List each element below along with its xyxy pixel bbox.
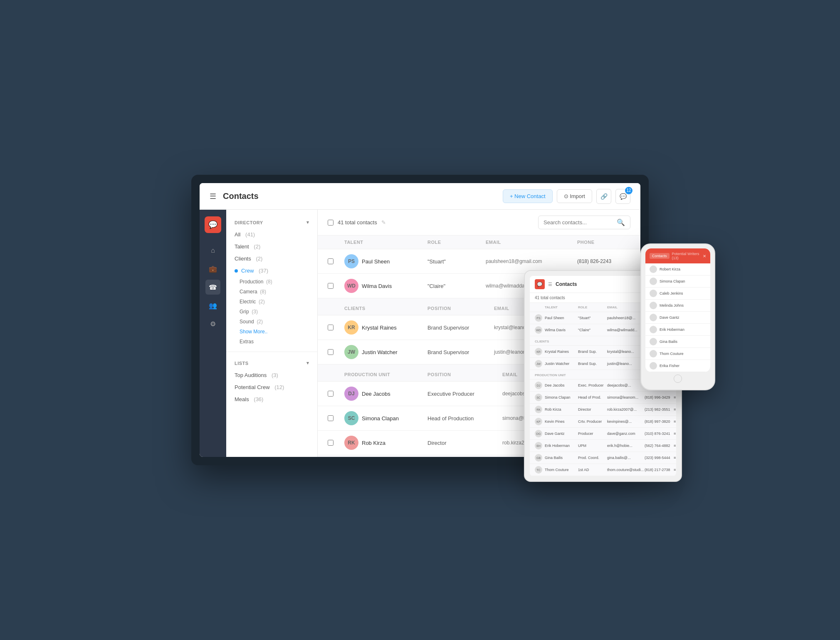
contacts-header: 41 total contacts ✎ 🔍 [318, 210, 640, 236]
sidebar-sub-electric[interactable]: Electric (2) [226, 297, 317, 307]
row-checkbox[interactable] [328, 283, 334, 289]
contacts-count: 41 total contacts ✎ [328, 219, 386, 226]
directory-header: Directory ▾ [226, 216, 317, 228]
tablet-row[interactable]: DG Dave Gantz Producer dave@ganz.com (31… [530, 428, 676, 440]
avatar: PS [344, 254, 358, 268]
sidebar-extras[interactable]: Extras [226, 337, 317, 347]
phone-avatar [650, 338, 657, 345]
phone-topbar: Contacts Potential Writers (13) ✕ [645, 248, 710, 263]
phone-row[interactable]: Erik Hoberman [645, 324, 710, 336]
tablet-row[interactable]: EH Erik Hoberman UPM erik.h@hobie... (56… [530, 440, 676, 452]
sidebar-sub-production[interactable]: Production (8) [226, 277, 317, 287]
tablet-row[interactable]: SC Simona Clapan Head of Prod. simona@le… [530, 392, 676, 404]
sidebar-sub-grip[interactable]: Grip (3) [226, 307, 317, 317]
phone-tab-writers[interactable]: Potential Writers (13) [672, 252, 700, 260]
contact-name: Wilma Davis [362, 283, 392, 289]
nav-group[interactable]: 👥 [205, 298, 220, 313]
lists-header: Lists ▾ [226, 357, 317, 369]
phone-close-icon[interactable]: ✕ [703, 254, 706, 258]
col-position: POSITION [427, 306, 494, 311]
sidebar-potential-crew[interactable]: Potential Crew (12) [226, 381, 317, 393]
nav-settings[interactable]: ⚙ [205, 316, 220, 331]
phone-row[interactable]: Simona Clapan [645, 275, 710, 288]
tablet-row[interactable]: KP Kevin Pines Crtv. Producer kevinpines… [530, 416, 676, 428]
contact-name: Dee Jacobs [362, 391, 390, 397]
tablet-avatar: JW [535, 360, 542, 367]
tablet-avatar: DG [535, 430, 542, 437]
col-email: EMAIL [486, 240, 577, 245]
tablet-row[interactable]: RK Rob Kirza Director rob.kirza2007@... … [530, 404, 676, 416]
row-checkbox[interactable] [328, 415, 334, 421]
sidebar-sub-camera[interactable]: Camera (8) [226, 287, 317, 297]
page-title: Contacts [223, 191, 496, 201]
phone-home-button[interactable] [645, 372, 710, 385]
sidebar-item-clients[interactable]: Clients (2) [226, 253, 317, 265]
import-button[interactable]: ⊙ Import [557, 189, 592, 203]
phone-row[interactable]: Robert Kirza [645, 263, 710, 275]
contact-cell: JW Justin Watcher [344, 345, 427, 359]
sidebar-show-more[interactable]: Show More.. [226, 327, 317, 337]
sidebar-sub-sound[interactable]: Sound (2) [226, 317, 317, 327]
row-checkbox[interactable] [328, 391, 334, 397]
tablet-title: Contacts [556, 281, 648, 287]
phone-tab-contacts[interactable]: Contacts [650, 253, 670, 259]
link-button[interactable]: 🔗 [596, 189, 611, 204]
tablet-logo: 💬 [535, 279, 545, 289]
contact-role: Brand Supervisor [427, 325, 494, 331]
top-actions: + New Contact ⊙ Import 🔗 💬 12 [503, 189, 630, 204]
tablet-avatar: TC [535, 466, 542, 474]
phone-row[interactable]: Dave Gantz [645, 312, 710, 324]
tablet-row[interactable]: GB Gina Bailis Prod. Coord. gina.bailis@… [530, 452, 676, 464]
sidebar-item-crew[interactable]: Crew (37) [226, 265, 317, 277]
row-checkbox[interactable] [328, 325, 334, 330]
search-box: 🔍 [538, 216, 630, 229]
phone-avatar [650, 302, 657, 309]
phone-avatar [650, 265, 657, 273]
phone-row[interactable]: Caleb Jenkins [645, 288, 710, 300]
phone-row[interactable]: Erika Fisher [645, 360, 710, 372]
new-contact-button[interactable]: + New Contact [503, 189, 553, 203]
nav-contacts[interactable]: ☎ [205, 280, 220, 295]
contact-name: Rob Kirza [362, 440, 385, 446]
avatar: WD [344, 279, 358, 293]
contact-cell: KR Krystal Raines [344, 320, 427, 335]
sidebar-meals[interactable]: Meals (36) [226, 393, 317, 405]
select-all-checkbox[interactable] [328, 220, 334, 226]
talent-header: TALENT ROLE EMAIL PHONE LIST [318, 236, 640, 249]
col-position: POSITION [427, 372, 502, 377]
phone-avatar [650, 290, 657, 297]
phone-screen: Contacts Potential Writers (13) ✕ Robert… [645, 248, 710, 372]
contact-name: Paul Sheen [362, 258, 390, 265]
hamburger-icon[interactable]: ☰ [210, 192, 216, 201]
chat-button[interactable]: 💬 12 [615, 189, 630, 204]
row-checkbox[interactable] [328, 258, 334, 264]
col-phone: PHONE [577, 240, 640, 245]
sidebar-item-all[interactable]: All (41) [226, 228, 317, 241]
contact-cell: DJ Dee Jacobs [344, 387, 427, 401]
nav-briefcase[interactable]: 💼 [205, 261, 220, 276]
row-checkbox[interactable] [328, 440, 334, 446]
avatar: JW [344, 345, 358, 359]
search-input[interactable] [544, 219, 613, 226]
phone-frame: Contacts Potential Writers (13) ✕ Robert… [640, 243, 715, 390]
chat-badge: 12 [625, 187, 632, 194]
avatar: KR [344, 320, 358, 335]
col-clients: CLIENTS [344, 306, 427, 311]
tablet-thom-couture-row[interactable]: TC Thom Couture 1st AD thom.couture@stud… [530, 464, 676, 476]
phone-home-circle [674, 375, 682, 383]
phone-thom-couture-row[interactable]: Thom Couture [645, 348, 710, 360]
contact-role: "Claire" [427, 283, 486, 289]
sidebar-top-auditions[interactable]: Top Auditions (3) [226, 369, 317, 381]
sidebar: Directory ▾ All (41) Talent (2) Clients … [226, 210, 318, 457]
contact-cell: SC Simona Clapan [344, 411, 427, 425]
thom-couture-phone-name: Thom Couture [660, 352, 684, 356]
phone-row[interactable]: Melinda Johns [645, 300, 710, 312]
contact-email: paulsheen18@gmail.com [486, 258, 577, 264]
edit-icon[interactable]: ✎ [381, 219, 386, 226]
sidebar-item-talent[interactable]: Talent (2) [226, 241, 317, 253]
phone-row[interactable]: Gina Bailis [645, 336, 710, 348]
row-checkbox[interactable] [328, 349, 334, 355]
nav-home[interactable]: ⌂ [205, 243, 220, 258]
contact-name: Krystal Raines [362, 325, 397, 331]
avatar: RK [344, 436, 358, 450]
